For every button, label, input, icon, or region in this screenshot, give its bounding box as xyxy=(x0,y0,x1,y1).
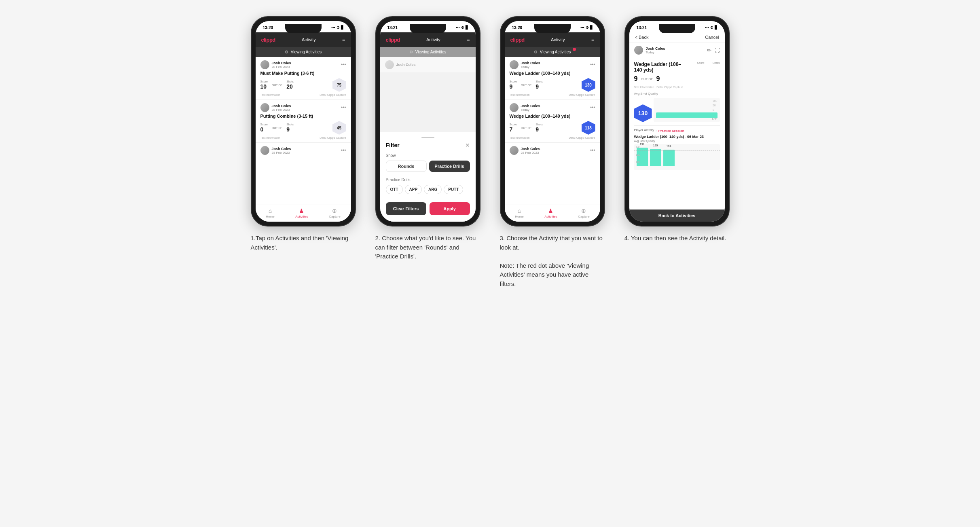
tab-home-3[interactable]: ⌂ Home xyxy=(515,207,523,218)
viewing-bar-2[interactable]: ⚙ Viewing Activities xyxy=(380,47,476,57)
card-menu-3-3[interactable]: ••• xyxy=(590,148,595,153)
signal-icon-3: ▪▪▪ xyxy=(580,25,584,30)
signal-icon-2: ▪▪▪ xyxy=(456,25,460,30)
viewing-bar-3[interactable]: ⚙ Viewing Activities xyxy=(505,47,600,57)
activities-icon-1: ♟ xyxy=(299,207,304,214)
card-footer-3-1: Test Information Data: Clippd Capture xyxy=(510,93,595,96)
activity-card-3-2[interactable]: Josh Coles Today ••• Wedge Ladder (100–1… xyxy=(505,100,600,143)
data-source-4: Data: Clippd Capture xyxy=(656,86,683,89)
viewing-bar-1[interactable]: ⚙ Viewing Activities xyxy=(256,47,351,57)
user-date-3-3: 28 Feb 2023 xyxy=(521,151,540,155)
user-date-1-2: 28 Feb 2023 xyxy=(272,108,291,112)
phone-1-col: 13:20 ▪▪▪ ⊙ ▊ clippd Activity ≡ ⚙ View xyxy=(247,16,360,252)
chart-area-4: 100 50 0 APP xyxy=(654,98,720,122)
menu-icon-1[interactable]: ≡ xyxy=(342,37,345,43)
card-menu-3-1[interactable]: ••• xyxy=(590,62,595,68)
outof-1-2: OUT OF xyxy=(272,127,282,129)
tab-capture-3[interactable]: ⊕ Capture xyxy=(578,207,589,218)
activity-card-1-3[interactable]: Josh Coles 28 Feb 2023 ••• xyxy=(256,143,351,160)
edit-icon-4[interactable]: ✏ xyxy=(707,47,711,53)
detail-user-info-4: Josh Coles Today xyxy=(634,46,665,55)
status-time-1: 13:20 xyxy=(263,25,273,30)
card-menu-1-1[interactable]: ••• xyxy=(341,62,346,68)
phone-3-col: 13:20 ▪▪▪ ⊙ ▊ clippd Activity ≡ ⚙ Viewin… xyxy=(496,16,609,288)
dimmed-user-name-2: Josh Coles xyxy=(396,63,416,67)
score-label-1-1: Score xyxy=(260,80,268,83)
history-chart-4: 132 129 124 140 1 xyxy=(634,144,720,170)
shots-label-1-1: Shots xyxy=(286,80,294,83)
phone-1-screen: 13:20 ▪▪▪ ⊙ ▊ clippd Activity ≡ ⚙ View xyxy=(256,21,351,222)
card-title-3-1: Wedge Ladder (100–140 yds) xyxy=(510,71,595,76)
card-menu-1-3[interactable]: ••• xyxy=(341,148,346,153)
score-label-1-2: Score xyxy=(260,123,268,126)
card-user-3-3: Josh Coles 28 Feb 2023 xyxy=(510,146,540,155)
tab-activities-label-1: Activities xyxy=(295,215,308,218)
battery-icon-1: ▊ xyxy=(341,25,344,30)
user-name-3-1: Josh Coles xyxy=(521,61,540,65)
expand-icon-4[interactable]: ⛶ xyxy=(715,47,720,53)
shots-label-3-1: Shots xyxy=(536,80,543,83)
apply-btn-2[interactable]: Apply xyxy=(430,202,470,215)
chart-y-labels-4: 100 50 0 xyxy=(655,99,718,111)
menu-icon-2[interactable]: ≡ xyxy=(467,37,470,43)
shots-value-1-2: 9 xyxy=(286,126,294,133)
data-source-3-1: Data: Clippd Capture xyxy=(569,93,595,96)
activities-icon-3: ♟ xyxy=(548,207,553,214)
practice-session-badge-4: Practice Session xyxy=(658,129,684,133)
caption-3: 3. Choose the Activity that you want to … xyxy=(500,234,605,288)
card-header-3-3: Josh Coles 28 Feb 2023 ••• xyxy=(510,146,595,155)
card-menu-3-2[interactable]: ••• xyxy=(590,105,595,110)
menu-icon-3[interactable]: ≡ xyxy=(591,37,595,43)
card-stats-1-2: Score 0 OUT OF Shots 9 45 xyxy=(260,121,346,135)
tag-arg-2[interactable]: ARG xyxy=(424,185,442,194)
card-stats-1-1: Score 10 OUT OF Shots 20 75 xyxy=(260,78,346,92)
data-source-3-2: Data: Clippd Capture xyxy=(569,136,595,139)
capture-icon-3: ⊕ xyxy=(581,207,586,214)
activity-card-3-1[interactable]: Josh Coles Today ••• Wedge Ladder (100–1… xyxy=(505,57,600,100)
tab-home-1[interactable]: ⌂ Home xyxy=(266,207,274,218)
nav-title-1: Activity xyxy=(302,37,316,42)
wifi-icon-2: ⊙ xyxy=(461,25,464,30)
tab-bar-3: ⌂ Home ♟ Activities ⊕ Capture xyxy=(505,205,600,222)
red-dot-3 xyxy=(573,48,576,51)
avg-sq-small-4: Avg Shot Quality xyxy=(634,140,720,142)
avatar-4 xyxy=(634,46,643,55)
tab-capture-1[interactable]: ⊕ Capture xyxy=(329,207,340,218)
tab-capture-label-3: Capture xyxy=(578,215,589,218)
practice-drills-toggle-btn-2[interactable]: Practice Drills xyxy=(429,161,470,172)
activity-card-1-1[interactable]: Josh Coles 28 Feb 2023 ••• Must Make Put… xyxy=(256,57,351,100)
tag-putt-2[interactable]: PUTT xyxy=(444,185,463,194)
clear-filters-btn-2[interactable]: Clear Filters xyxy=(386,202,426,215)
phone-3-screen: 13:20 ▪▪▪ ⊙ ▊ clippd Activity ≡ ⚙ Viewin… xyxy=(505,21,600,222)
card-user-3-2: Josh Coles Today xyxy=(510,103,540,112)
filter-close-2[interactable]: ✕ xyxy=(465,142,470,148)
nav-title-3: Activity xyxy=(551,37,565,42)
tag-app-2[interactable]: APP xyxy=(405,185,422,194)
player-activity-section-4: Player Activity › Practice Session Wedge… xyxy=(634,125,720,170)
chart-bar-app-4 xyxy=(656,112,718,118)
home-icon-3: ⌂ xyxy=(518,207,521,214)
avatar-3-1 xyxy=(510,60,519,69)
test-info-1-1: Test Information xyxy=(260,93,281,96)
filter-show-label-2: Show xyxy=(386,153,470,158)
tab-activities-1[interactable]: ♟ Activities xyxy=(295,207,308,218)
cancel-btn-4[interactable]: Cancel xyxy=(705,35,719,40)
user-date-1-1: 28 Feb 2023 xyxy=(272,65,291,69)
activity-card-1-2[interactable]: Josh Coles 28 Feb 2023 ••• Putting Combi… xyxy=(256,100,351,143)
card-menu-1-2[interactable]: ••• xyxy=(341,105,346,110)
filter-icon-1: ⚙ xyxy=(285,50,288,54)
filter-sheet-2: Filter ✕ Show Rounds Practice Drills Pra… xyxy=(380,132,476,222)
back-to-activities-btn-4[interactable]: Back to Activities xyxy=(629,210,725,222)
activity-card-3-3[interactable]: Josh Coles 28 Feb 2023 ••• xyxy=(505,143,600,160)
user-name-4: Josh Coles xyxy=(646,47,665,51)
filter-actions-2: Clear Filters Apply xyxy=(386,202,470,215)
tag-ott-2[interactable]: OTT xyxy=(386,185,403,194)
card-title-3-2: Wedge Ladder (100–140 yds) xyxy=(510,114,595,119)
avg-sq-section-4: Avg Shot Quality 130 100 50 0 xyxy=(634,92,720,122)
app-nav-3: clippd Activity ≡ xyxy=(505,32,600,47)
practice-drills-section-label-2: Practice Drills xyxy=(386,178,470,182)
tab-activities-3[interactable]: ♟ Activities xyxy=(544,207,557,218)
card-user-1-2: Josh Coles 28 Feb 2023 xyxy=(260,103,291,112)
rounds-toggle-btn-2[interactable]: Rounds xyxy=(386,161,427,172)
back-btn-4[interactable]: < Back xyxy=(635,35,649,40)
